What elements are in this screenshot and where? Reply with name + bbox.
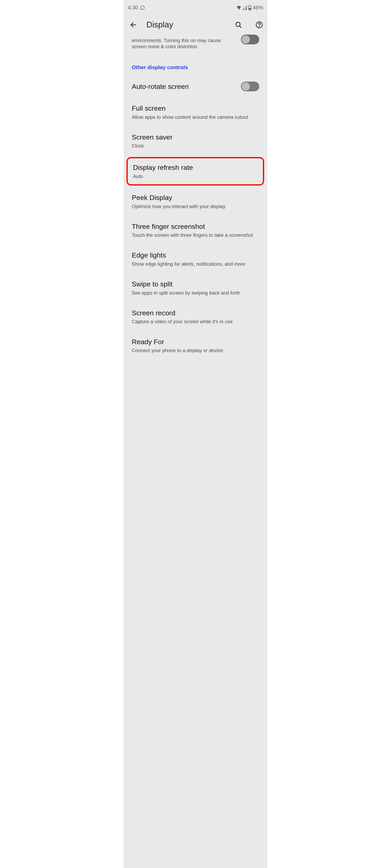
setting-subtitle: Show edge lighting for alerts, notificat… [132,261,259,267]
switch-thumb [242,82,250,91]
search-icon[interactable] [235,21,242,29]
app-bar: Display [123,14,268,37]
setting-item-ready-for[interactable]: Ready For Connect your phone to a displa… [123,331,268,360]
setting-item-three-finger-screenshot[interactable]: Three finger screenshot Touch the screen… [123,216,268,245]
status-bar-left: 4:30 [128,4,145,11]
setting-item-full-screen[interactable]: Full screen Allow apps to show content a… [123,97,268,126]
setting-item-peek-display[interactable]: Peek Display Optimize how you interact w… [123,187,268,216]
battery-icon [248,5,252,10]
wifi-icon [236,5,241,10]
setting-title: Screen saver [132,133,259,142]
extra-dim-item-partial[interactable]: environments. Turning this on may cause … [123,37,268,55]
svg-line-5 [240,26,241,27]
setting-subtitle: Connect your phone to a display or devic… [132,347,259,353]
page-title: Display [146,20,225,29]
setting-item-edge-lights[interactable]: Edge lights Show edge lighting for alert… [123,244,268,273]
setting-title: Display refresh rate [133,163,258,172]
setting-title: Three finger screenshot [132,222,259,231]
auto-rotate-switch[interactable] [241,82,259,91]
back-icon[interactable] [130,21,137,29]
setting-item-swipe-to-split[interactable]: Swipe to split See apps in split screen … [123,273,268,302]
status-time: 4:30 [128,4,138,11]
setting-item-screen-saver[interactable]: Screen saver Clock [123,126,268,155]
help-icon[interactable] [256,21,263,29]
setting-title: Auto-rotate screen [132,82,237,91]
setting-title: Screen record [132,309,259,317]
whatsapp-icon [140,5,145,10]
setting-title: Full screen [132,104,259,113]
section-header-other-display-controls: Other display controls [123,55,268,75]
signal-icon [243,5,247,10]
battery-percentage: 46% [253,4,263,11]
setting-item-display-refresh-rate[interactable]: Display refresh rate Auto [127,157,264,186]
setting-title: Ready For [132,338,259,346]
extra-dim-switch[interactable] [241,35,259,44]
status-bar-right: 46% [236,4,263,11]
svg-rect-2 [249,8,251,9]
setting-subtitle: Touch the screen with three fingers to t… [132,232,259,238]
display-settings-screen: 4:30 [123,0,268,868]
status-bar: 4:30 [123,0,268,14]
setting-item-auto-rotate[interactable]: Auto-rotate screen [123,75,268,97]
svg-point-7 [259,26,259,27]
switch-thumb [242,35,250,43]
setting-subtitle: Optimize how you interact with your disp… [132,203,259,210]
setting-subtitle: Allow apps to show content around the ca… [132,114,259,120]
setting-title: Swipe to split [132,280,259,288]
setting-subtitle: See apps in split screen by swiping back… [132,290,259,296]
setting-item-screen-record[interactable]: Screen record Capture a video of your sc… [123,302,268,331]
extra-dim-subtitle-fragment: environments. Turning this on may cause … [132,37,236,50]
setting-subtitle: Clock [132,143,259,149]
setting-title: Edge lights [132,251,259,259]
setting-subtitle: Capture a video of your screen while it'… [132,318,259,325]
setting-subtitle: Auto [133,173,258,179]
setting-title: Peek Display [132,193,259,202]
